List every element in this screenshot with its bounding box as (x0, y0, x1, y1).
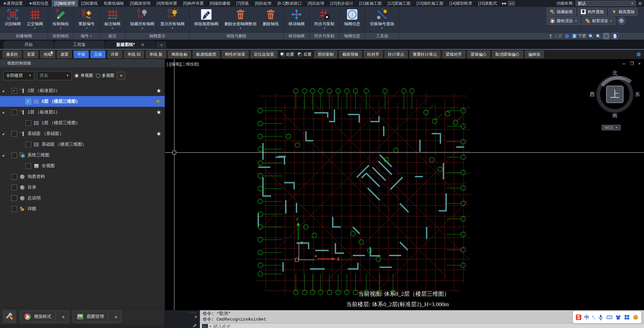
tree-row-地质资料[interactable]: 地质资料 (0, 171, 165, 182)
menu-item-13墙柱施工图[interactable]: [13]墙柱施工图 (414, 0, 446, 7)
new-tab-button[interactable]: + (156, 42, 166, 48)
minimize-icon[interactable]: ─ (623, 61, 626, 66)
menu-item-15装配式[interactable]: [15]装配式 (475, 0, 500, 7)
toolbar-button-垂直柱[interactable]: 垂直柱 (3, 51, 21, 58)
drawing-canvas[interactable]: [-][俯视][二维线图] ─ ❐ × (165, 59, 644, 310)
bottom-button-底图管理[interactable]: 底图管理▲ (73, 311, 121, 323)
ribbon-button-轴网信息[interactable]: i轴网信息 (341, 7, 363, 32)
tree-checkbox[interactable] (11, 152, 17, 158)
toolbar-button-立面[interactable]: 立面 (91, 51, 105, 58)
tree-row-全视图[interactable]: 全视图 (0, 160, 165, 171)
compass-west[interactable]: 西 (590, 91, 595, 98)
compass-top-face[interactable]: 上 (606, 86, 624, 103)
chip-隐藏标签[interactable]: 隐藏标签 (547, 8, 576, 16)
ribbon-button-隐藏所有轴网[interactable]: 1隐藏所有轴网▼ (127, 7, 157, 32)
ribbon-button-识别轴网[interactable]: 识别轴网 (2, 7, 23, 32)
menu-item-轮廓线编辑[interactable]: 轮廓线编辑 (101, 0, 127, 7)
dock-drag-handle-icon[interactable]: ⁙⁙⁙ (189, 311, 197, 314)
toolbar-button-柱对齐[interactable]: 柱对齐 (364, 51, 383, 58)
toolbar-button-重置柱计算点[interactable]: 重置柱计算点 (410, 51, 440, 58)
skin-icon[interactable] (615, 314, 621, 320)
panel-header[interactable]: ⁞⁞ 视图控制面板 (0, 59, 165, 68)
chip-截面显隐[interactable]: 截面显隐 (608, 8, 638, 16)
tree-checkbox[interactable]: ✓ (11, 88, 17, 94)
floor-filter-dropdown[interactable]: 全部楼层 ▼ (3, 71, 34, 80)
bottom-button-视觉样式[interactable]: 视觉样式▲ (20, 311, 69, 323)
compass-north[interactable]: 北 (612, 70, 618, 76)
expander-icon[interactable]: ◢ (2, 132, 5, 135)
toolbar-button-截面替换[interactable]: 截面替换 (339, 51, 362, 58)
ribbon-button-正交轴网[interactable]: 正交轴网▼ (24, 7, 46, 32)
chip-材质渲染[interactable]: 材质渲染▼ (582, 17, 615, 25)
chevron-down-icon[interactable]: ▼ (210, 325, 211, 328)
sogou-logo-icon[interactable] (576, 314, 582, 320)
chip-颜色渲染[interactable]: 颜色渲染▼ (547, 17, 580, 25)
expander-icon[interactable]: ◢ (2, 154, 5, 157)
nav-上层[interactable]: 上层 (548, 33, 562, 39)
tree-row-目录[interactable]: 目录 (0, 182, 165, 193)
ribbon-button-重新编号[interactable]: 1A重新编号▼ (76, 7, 97, 32)
menu-item-8-1数据接口[interactable]: [8-1]数据接口 (274, 0, 305, 7)
menu-item-7荷载[interactable]: [7]荷载 (233, 0, 252, 7)
tree-checkbox[interactable] (11, 131, 17, 137)
dock-close-icon[interactable]: × (195, 315, 197, 319)
zoom-out-button[interactable] (596, 34, 601, 39)
tree-row-详图[interactable]: 详图 (0, 203, 165, 214)
tree-checkbox[interactable] (11, 109, 17, 115)
toolbox-grid-icon[interactable] (624, 314, 630, 320)
settings-gear-icon[interactable]: ⚙ (638, 1, 642, 6)
toolbar-button-直梁[interactable]: 直梁 (23, 51, 38, 58)
toolbar-button-板虚线图层[interactable]: 板虚线图层 (193, 51, 220, 58)
tree-checkbox[interactable] (25, 120, 31, 126)
close-icon[interactable]: ✕ (141, 42, 145, 47)
compass-south[interactable]: 南 (612, 112, 618, 119)
menu-item-5构件布置[interactable]: [5]构件布置 (180, 0, 207, 7)
drag-handle-icon[interactable]: ⁞⁞ (3, 61, 5, 65)
tree-row-2层[interactable]: ✓2层 （楼层三维图） (0, 96, 165, 107)
tree-checkbox[interactable]: ✓ (25, 99, 31, 104)
tree-checkbox[interactable] (25, 163, 31, 169)
tree-row-2层[interactable]: ◢✓2层 （标准层2）★ (0, 85, 165, 96)
close-icon[interactable]: × (638, 61, 641, 66)
ribbon-button-删除轴线[interactable]: 删除轴线 (260, 7, 281, 32)
tree-row-基础面[interactable]: ◢基础面 （基础面）★ (0, 128, 165, 139)
toolbar-button-单线 新[interactable]: 单线 新 (146, 51, 166, 58)
menu-item-11板施工图[interactable]: [11]板施工图 (356, 0, 385, 7)
view-compass[interactable]: 北 南 西 东 上 (590, 69, 640, 120)
panel-list-button[interactable] (603, 33, 609, 39)
layout-select[interactable]: 默认 ▼ (576, 1, 636, 6)
single-view-radio[interactable]: 单视图 (74, 73, 93, 79)
tree-checkbox[interactable] (11, 195, 17, 201)
gear-blue-button[interactable] (565, 34, 570, 39)
ribbon-button-显示所有轴网[interactable]: 1显示所有轴网▼ (158, 7, 187, 32)
keyboard-icon[interactable] (606, 314, 612, 320)
ribbon-button-移除视图轴网[interactable]: 移除视图轴网▼ (192, 7, 221, 32)
tree-checkbox[interactable] (11, 206, 17, 212)
toolbar-button-层间复制[interactable]: 层间复制 (314, 51, 337, 58)
toolbar-button-平面[interactable]: 平面 (74, 51, 89, 58)
tree-row-1层[interactable]: 1层 （楼层三维图） (0, 118, 165, 128)
toolbar-button-梁墙对齐[interactable]: 梁墙对齐 (442, 51, 465, 58)
tree-checkbox[interactable] (11, 185, 17, 190)
toolbar-settings-gear-icon[interactable] (636, 52, 641, 57)
ribbon-button-标注轴网[interactable]: 标注轴网▼ (102, 7, 123, 32)
favorite-star-icon[interactable]: ★ (156, 109, 161, 116)
arrow-up-icon[interactable]: ▲ (58, 314, 68, 319)
wcs-selector[interactable]: WCS ▼ (602, 125, 621, 130)
menu-item-6辅助建模[interactable]: [6]辅助建模 (207, 0, 233, 7)
expander-icon[interactable]: ◢ (2, 89, 5, 92)
microphone-icon[interactable] (598, 314, 604, 320)
ime-mode-indicator[interactable]: 中 (584, 314, 589, 321)
menu-item-模型信息[interactable]: ★模型信息 (26, 0, 52, 7)
tab-工程集[interactable]: 工程集 (54, 41, 105, 49)
menu-item-通用设置[interactable]: ★通用设置 (0, 0, 26, 7)
toolbar-button-刚性杆加宽[interactable]: 刚性杆加宽 (222, 51, 249, 58)
menu-item-1轴线管理[interactable]: [1]轴线管理 (52, 0, 78, 7)
compass-east[interactable]: 东 (635, 91, 640, 98)
menu-item-9后处理[interactable]: [9]后处理 (305, 0, 327, 7)
nav-下层[interactable]: 下层 (572, 33, 586, 39)
toolbar-button-取消梁墙偏心[interactable]: 取消梁墙偏心 (492, 51, 523, 58)
favorite-star-icon[interactable]: ★ (156, 87, 161, 94)
emoji-icon[interactable] (633, 314, 639, 320)
ribbon-button-绘制轴线[interactable]: 1绘制轴线▼ (50, 7, 71, 32)
